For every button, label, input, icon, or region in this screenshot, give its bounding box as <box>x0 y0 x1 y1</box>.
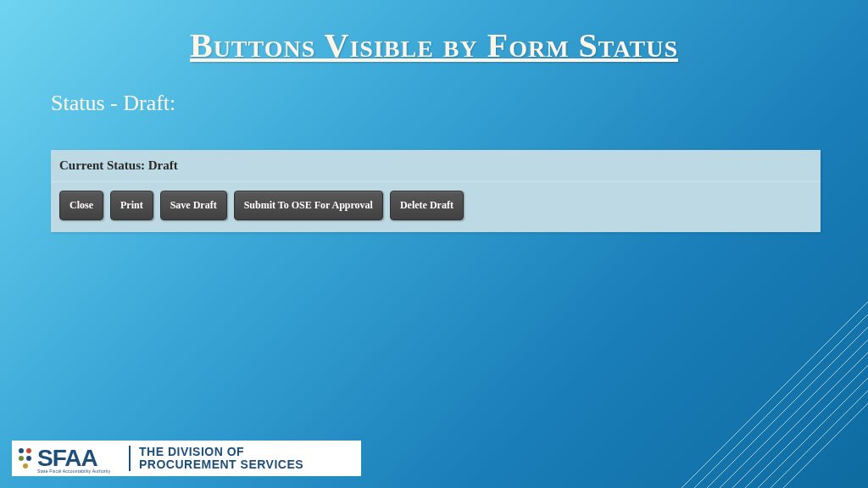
close-button[interactable]: Close <box>59 191 103 220</box>
division-line1: The Division of <box>139 445 244 458</box>
division-line2: Procurement Services <box>139 458 303 471</box>
decorative-lines-icon <box>648 234 868 488</box>
division-text: The Division of Procurement Services <box>129 446 303 472</box>
save-draft-button[interactable]: Save Draft <box>160 191 227 220</box>
button-row: Close Print Save Draft Submit To OSE For… <box>51 182 821 220</box>
svg-point-1 <box>26 448 31 453</box>
svg-line-7 <box>707 327 868 488</box>
svg-line-10 <box>745 365 868 488</box>
status-panel: Current Status: Draft Close Print Save D… <box>51 150 821 232</box>
logo-mark-icon <box>17 446 34 471</box>
footer-badge: SFAA State Fiscal Accountability Authori… <box>12 441 361 476</box>
delete-draft-button[interactable]: Delete Draft <box>390 191 464 220</box>
logo-abbr: SFAA <box>37 446 97 470</box>
page-title: Buttons Visible by Form Status <box>51 25 817 65</box>
svg-line-12 <box>771 391 868 488</box>
svg-point-3 <box>26 456 31 461</box>
logo-subtext: State Fiscal Accountability Authority <box>37 469 110 474</box>
svg-line-6 <box>694 314 868 488</box>
svg-point-4 <box>23 463 28 469</box>
svg-point-2 <box>19 456 24 461</box>
svg-line-8 <box>720 340 868 488</box>
svg-line-13 <box>783 403 868 488</box>
logo: SFAA State Fiscal Accountability Authori… <box>12 441 122 476</box>
slide: Buttons Visible by Form Status Status - … <box>0 0 868 488</box>
current-status-label: Current Status: Draft <box>51 158 821 182</box>
status-subtitle: Status - Draft: <box>51 91 817 116</box>
svg-line-11 <box>758 378 868 488</box>
svg-line-5 <box>682 302 868 488</box>
svg-line-9 <box>732 352 868 488</box>
submit-button[interactable]: Submit To OSE For Approval <box>234 191 383 220</box>
svg-point-0 <box>19 448 24 453</box>
print-button[interactable]: Print <box>110 191 153 220</box>
